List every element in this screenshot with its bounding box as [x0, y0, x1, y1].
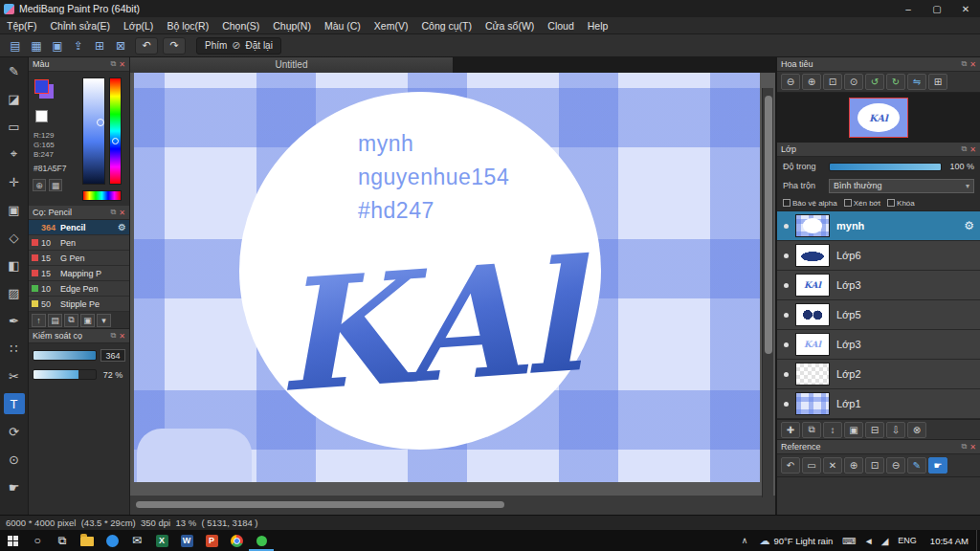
menu-item[interactable]: Xem(V) [368, 17, 415, 34]
close-panel-icon[interactable]: ✕ [969, 145, 976, 154]
layer-visibility-icon[interactable] [784, 342, 789, 347]
transparent-color-swatch[interactable] [35, 110, 48, 122]
horizontal-scrollbar[interactable] [134, 499, 760, 510]
fit-icon[interactable]: ⊡ [865, 457, 884, 474]
zoom-in-icon[interactable]: ⊕ [802, 74, 821, 90]
horizontal-scroll-thumb[interactable] [136, 501, 504, 508]
menu-item[interactable]: Lớp(L) [117, 17, 160, 34]
brush-row[interactable]: 15 Mapping P ⚙ [29, 266, 129, 281]
swatch-grid-icon[interactable]: ▦ [49, 179, 62, 191]
layer-visibility-icon[interactable] [784, 283, 789, 288]
file-explorer-icon[interactable] [75, 530, 100, 551]
keyboard-icon[interactable]: ⌨ [838, 536, 859, 546]
layer-row[interactable]: Lớp2 ⚙ [777, 360, 980, 389]
scatter-tool[interactable]: ∷ [4, 338, 25, 359]
zoom-out-icon[interactable]: ⊖ [886, 457, 905, 474]
layer-visibility-icon[interactable] [784, 253, 789, 258]
gradient-tool[interactable]: ▨ [4, 282, 25, 303]
brush-row[interactable]: 364 Pencil ⚙ [29, 220, 129, 235]
zoom-in-icon[interactable]: ⊕ [844, 457, 863, 474]
color-bar[interactable] [82, 190, 122, 201]
text-tool[interactable]: T [4, 393, 25, 414]
layer-option-checkbox[interactable]: Bảo vệ alpha [783, 199, 837, 208]
popout-icon[interactable]: ⧉ [962, 442, 968, 452]
powerpoint-icon[interactable]: P [199, 530, 224, 551]
weather-widget[interactable]: ☁ 90°F Light rain [753, 535, 838, 547]
pen-tool[interactable]: ✎ [4, 60, 25, 81]
show-desktop-button[interactable] [976, 530, 980, 551]
eraser-tool[interactable]: ◪ [4, 88, 25, 109]
save-icon[interactable]: ▦ [27, 37, 46, 55]
brush-new-icon[interactable]: ▤ [48, 314, 62, 327]
vertical-scroll-thumb[interactable] [765, 96, 772, 354]
lasso-tool[interactable]: ◇ [4, 227, 25, 248]
layer-visibility-icon[interactable] [784, 402, 789, 407]
brush-copy-icon[interactable]: ⧉ [64, 314, 78, 327]
word-icon[interactable]: W [174, 530, 199, 551]
canvas-tab[interactable]: Untitled [130, 57, 454, 73]
brush-row[interactable]: 10 Pen ⚙ [29, 235, 129, 251]
menu-item[interactable]: Màu (C) [318, 17, 368, 34]
excel-icon[interactable]: X [149, 530, 174, 551]
layer-row[interactable]: Lớp6 ⚙ [777, 241, 980, 271]
brush-settings-icon[interactable]: ⚙ [118, 222, 126, 232]
layer-row[interactable]: KAl Lớp3 ⚙ [777, 330, 980, 360]
move-tool[interactable]: ✛ [4, 171, 25, 192]
menu-item[interactable]: Chỉnh sửa(E) [44, 17, 117, 34]
language-indicator[interactable]: ENG [892, 536, 923, 545]
divide-tool[interactable]: ✂ [4, 365, 25, 386]
popout-icon[interactable]: ⧉ [111, 331, 117, 341]
merge-layer-icon[interactable]: ⊟ [865, 422, 884, 438]
layer-option-checkbox[interactable]: Khóa [887, 199, 915, 208]
select-pen-tool[interactable]: ✒ [4, 310, 25, 331]
undo-button[interactable]: ↶ [135, 37, 158, 55]
brush-size-slider[interactable] [33, 350, 97, 361]
layer-row[interactable]: Lớp1 ⚙ [777, 389, 980, 419]
menu-item[interactable]: Cửa sổ(W) [479, 17, 541, 34]
transfer-layer-icon[interactable]: ⇩ [886, 422, 905, 438]
layer-settings-icon[interactable]: ⚙ [964, 219, 976, 232]
close-panel-icon[interactable]: ✕ [119, 60, 125, 69]
brush-opacity-slider[interactable] [33, 369, 97, 380]
layer-visibility-icon[interactable] [784, 313, 789, 318]
close-button[interactable]: ✕ [951, 0, 980, 17]
layer-row[interactable]: mynh ⚙ [777, 211, 980, 241]
layer-folder-icon[interactable]: ▣ [844, 422, 863, 438]
popout-icon[interactable]: ⧉ [962, 144, 968, 154]
reset-view-icon[interactable]: ⊞ [928, 74, 947, 90]
web-color-icon[interactable]: ⊕ [33, 179, 46, 191]
layer-visibility-icon[interactable] [784, 224, 789, 229]
layer-order-icon[interactable]: ↕ [823, 422, 842, 438]
checkbox-icon[interactable] [783, 199, 791, 207]
actual-size-icon[interactable]: ⊙ [844, 74, 863, 90]
brush-row[interactable]: 50 Stipple Pe ⚙ [29, 297, 129, 312]
hidden-icons-button[interactable]: ∧ [736, 536, 754, 545]
menu-item[interactable]: Chụp(N) [266, 17, 318, 34]
mail-app-icon[interactable]: ✉ [124, 530, 149, 551]
checkbox-icon[interactable] [844, 199, 852, 207]
rotate-tool[interactable]: ⟳ [4, 421, 25, 442]
brush-row[interactable]: 15 G Pen ⚙ [29, 251, 129, 266]
medibang-app-icon[interactable] [249, 530, 274, 551]
popout-icon[interactable]: ⧉ [962, 59, 968, 69]
layer-visibility-icon[interactable] [784, 372, 789, 377]
bucket-tool[interactable]: ◧ [4, 254, 25, 276]
start-button[interactable] [0, 530, 25, 551]
close-panel-icon[interactable]: ✕ [969, 60, 976, 69]
hand-tool[interactable]: ☛ [4, 476, 25, 497]
grid-icon[interactable]: ⊞ [90, 37, 109, 55]
duplicate-layer-icon[interactable]: ⧉ [802, 422, 821, 438]
checkbox-icon[interactable] [887, 199, 895, 207]
key-label[interactable]: Phím [205, 40, 227, 51]
minimize-button[interactable]: – [894, 0, 923, 17]
shape-tool[interactable]: ▣ [4, 199, 25, 220]
eyedropper-icon[interactable]: ✎ [907, 457, 926, 474]
clock[interactable]: 10:54 AM [923, 536, 976, 546]
export-icon[interactable]: ⇪ [69, 37, 88, 55]
back-icon[interactable]: ↶ [781, 457, 800, 474]
menu-item[interactable]: Chọn(S) [215, 17, 266, 34]
brush-up-icon[interactable]: ↑ [32, 314, 46, 327]
popout-icon[interactable]: ⧉ [111, 208, 117, 217]
messenger-app-icon[interactable] [100, 530, 124, 551]
redo-button[interactable]: ↷ [163, 37, 186, 55]
